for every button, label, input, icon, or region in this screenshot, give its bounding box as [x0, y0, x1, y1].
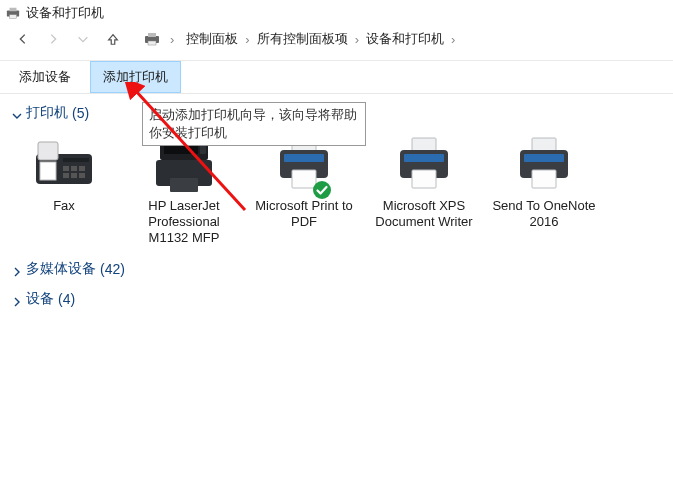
chevron-right-icon	[12, 264, 22, 274]
group-count: (4)	[58, 291, 75, 307]
window-title: 设备和打印机	[26, 4, 104, 22]
printer-icon	[510, 132, 578, 194]
chevron-right-icon: ›	[243, 32, 251, 47]
svg-rect-12	[63, 173, 69, 178]
devices-and-printers-window: { "title": "设备和打印机", "breadcrumb": { "it…	[0, 0, 673, 502]
svg-rect-33	[532, 170, 556, 188]
device-label: HP LaserJet Professional M1132 MFP	[128, 198, 240, 246]
breadcrumb-item[interactable]: 所有控制面板项	[255, 28, 350, 50]
device-item-fax[interactable]: Fax	[4, 132, 124, 246]
svg-rect-23	[284, 154, 324, 162]
svg-rect-10	[71, 166, 77, 171]
svg-rect-30	[532, 138, 556, 152]
add-printer-button[interactable]: 添加打印机	[90, 61, 181, 93]
svg-rect-8	[63, 158, 89, 162]
device-label: Microsoft Print to PDF	[248, 198, 360, 230]
nav-row: › 控制面板 › 所有控制面板项 › 设备和打印机 ›	[0, 26, 673, 60]
svg-point-25	[313, 181, 331, 199]
breadcrumb-item[interactable]: 控制面板	[184, 28, 240, 50]
device-label: Fax	[53, 198, 75, 214]
chevron-right-icon: ›	[449, 32, 457, 47]
svg-rect-26	[412, 138, 436, 152]
group-label: 多媒体设备	[26, 260, 96, 278]
svg-rect-5	[148, 41, 156, 45]
printer-icon	[390, 132, 458, 194]
svg-rect-9	[63, 166, 69, 171]
printers-grid: Fax HP LaserJet Professional M1132 MFP	[4, 128, 669, 254]
default-printer-check-icon	[312, 180, 332, 200]
svg-rect-4	[148, 33, 156, 37]
device-item-hp-laserjet[interactable]: HP LaserJet Professional M1132 MFP	[124, 132, 244, 246]
device-item-xps-writer[interactable]: Microsoft XPS Document Writer	[364, 132, 484, 246]
window-titlebar: 设备和打印机	[0, 0, 673, 26]
devices-printers-icon	[6, 6, 20, 20]
svg-rect-1	[10, 8, 17, 12]
group-header-multimedia[interactable]: 多媒体设备 (42)	[4, 254, 669, 284]
fax-icon	[30, 132, 98, 194]
svg-rect-32	[524, 154, 564, 162]
add-device-button[interactable]: 添加设备	[6, 61, 84, 93]
group-header-devices[interactable]: 设备 (4)	[4, 284, 669, 314]
svg-rect-20	[170, 178, 198, 192]
breadcrumb-item[interactable]: 设备和打印机	[364, 28, 446, 50]
svg-rect-15	[40, 162, 56, 180]
svg-rect-2	[10, 15, 17, 19]
device-label: Microsoft XPS Document Writer	[368, 198, 480, 230]
device-label: Send To OneNote 2016	[488, 198, 600, 230]
group-count: (42)	[100, 261, 125, 277]
devices-printers-icon	[144, 31, 160, 47]
chevron-right-icon: ›	[353, 32, 361, 47]
chevron-right-icon	[12, 294, 22, 304]
breadcrumb[interactable]: 控制面板 › 所有控制面板项 › 设备和打印机 ›	[184, 28, 457, 50]
forward-button[interactable]	[42, 28, 64, 50]
device-item-onenote[interactable]: Send To OneNote 2016	[484, 132, 604, 246]
svg-rect-13	[71, 173, 77, 178]
svg-rect-11	[79, 166, 85, 171]
svg-rect-14	[79, 173, 85, 178]
group-label: 设备	[26, 290, 54, 308]
svg-rect-28	[404, 154, 444, 162]
recent-locations-button[interactable]	[72, 28, 94, 50]
svg-rect-7	[38, 142, 58, 160]
chevron-down-icon	[12, 108, 22, 118]
toolbar: 添加设备 添加打印机	[0, 60, 673, 94]
device-item-print-to-pdf[interactable]: Microsoft Print to PDF	[244, 132, 364, 246]
group-label: 打印机	[26, 104, 68, 122]
up-button[interactable]	[102, 28, 124, 50]
chevron-right-icon: ›	[168, 32, 176, 47]
svg-rect-29	[412, 170, 436, 188]
back-button[interactable]	[12, 28, 34, 50]
group-count: (5)	[72, 105, 89, 121]
add-printer-tooltip: 启动添加打印机向导，该向导将帮助你安装打印机	[142, 102, 366, 146]
